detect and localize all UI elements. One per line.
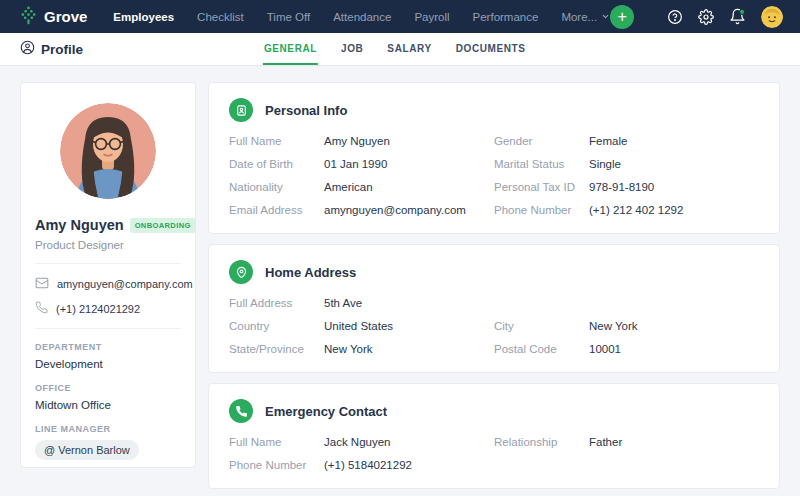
brand-name: Grove: [44, 8, 87, 25]
nav-item-employees[interactable]: Employees: [113, 11, 174, 23]
field-cell: Full NameAmy Nguyen: [229, 135, 494, 148]
field-row: Phone Number(+1) 5184021292: [229, 459, 759, 472]
add-button[interactable]: +: [610, 5, 634, 29]
detail-office: OFFICEMidtown Office: [35, 383, 181, 411]
nav-item-performance[interactable]: Performance: [473, 11, 539, 23]
field-cell: Postal Code10001: [494, 343, 759, 356]
nav-item-time-off[interactable]: Time Off: [267, 11, 310, 23]
field-value: amynguyen@company.com: [324, 204, 466, 216]
detail-value: Development: [35, 358, 181, 370]
field-cell: CityNew York: [494, 320, 759, 333]
bell-icon[interactable]: [729, 8, 746, 25]
nav-item-checklist[interactable]: Checklist: [197, 11, 244, 23]
employee-summary-card: Amy Nguyen ONBOARDING Product Designer a…: [20, 82, 196, 468]
field-row: State/ProvinceNew YorkPostal Code10001: [229, 343, 759, 356]
field-label: Personal Tax ID: [494, 181, 589, 193]
divider: [35, 263, 181, 264]
card-title: Home Address: [265, 265, 356, 280]
employee-details: DEPARTMENTDevelopmentOFFICEMidtown Offic…: [35, 342, 181, 460]
tab-job[interactable]: JOB: [340, 33, 364, 65]
field-value: (+1) 212 402 1292: [589, 204, 683, 216]
field-label: Marital Status: [494, 158, 589, 170]
tab-general[interactable]: GENERAL: [263, 33, 318, 65]
field-value: Jack Nguyen: [324, 436, 390, 448]
field-row: CountryUnited StatesCityNew York: [229, 320, 759, 333]
main-nav: EmployeesChecklistTime OffAttendancePayr…: [113, 11, 610, 23]
field-cell: GenderFemale: [494, 135, 759, 148]
field-row: Full Address5th Ave: [229, 297, 759, 310]
card-title: Emergency Contact: [265, 404, 387, 419]
employee-job-title: Product Designer: [35, 239, 181, 251]
field-label: Full Address: [229, 297, 324, 309]
gear-icon[interactable]: [698, 9, 714, 25]
brand-logo[interactable]: Grove: [20, 6, 87, 28]
phone-icon: [35, 301, 48, 316]
page-title: Profile: [20, 33, 83, 65]
field-cell: [494, 297, 759, 310]
field-label: Postal Code: [494, 343, 589, 355]
field-label: Gender: [494, 135, 589, 147]
map-pin-icon: [229, 260, 253, 284]
field-cell: Full Address5th Ave: [229, 297, 494, 310]
id-badge-icon: [229, 98, 253, 122]
card-header: Home Address: [229, 260, 759, 284]
status-badge: ONBOARDING: [130, 218, 196, 233]
field-cell: NationalityAmerican: [229, 181, 494, 194]
employee-phone-row[interactable]: (+1) 2124021292: [35, 301, 181, 316]
nav-item-attendance[interactable]: Attendance: [333, 11, 391, 23]
page-title-label: Profile: [41, 42, 83, 57]
field-label: Date of Birth: [229, 158, 324, 170]
profile-icon: [20, 40, 35, 58]
tab-salary[interactable]: SALARY: [386, 33, 432, 65]
field-label: Nationality: [229, 181, 324, 193]
field-rows: Full NameJack NguyenRelationshipFatherPh…: [229, 436, 759, 472]
line-manager-pill[interactable]: @ Vernon Barlow: [35, 440, 139, 460]
field-label: Full Name: [229, 436, 324, 448]
divider: [35, 328, 181, 329]
chevron-down-icon: [601, 11, 610, 23]
emergency-phone-icon: [229, 399, 253, 423]
field-label: Phone Number: [494, 204, 589, 216]
field-value: 01 Jan 1990: [324, 158, 387, 170]
field-label: Phone Number: [229, 459, 324, 471]
field-value: New York: [324, 343, 373, 355]
field-cell: Personal Tax ID978-91-8190: [494, 181, 759, 194]
field-value: (+1) 5184021292: [324, 459, 412, 471]
home-address-card: Home AddressFull Address5th AveCountryUn…: [208, 244, 780, 373]
employee-email: amynguyen@company.com: [57, 278, 193, 290]
field-cell: Phone Number(+1) 5184021292: [229, 459, 494, 472]
field-cell: Date of Birth01 Jan 1990: [229, 158, 494, 171]
nav-item-payroll[interactable]: Payroll: [414, 11, 449, 23]
employee-photo: [60, 103, 156, 199]
field-value: New York: [589, 320, 638, 332]
field-cell: Phone Number(+1) 212 402 1292: [494, 204, 759, 217]
help-icon[interactable]: [667, 9, 683, 25]
emergency-contact-card: Emergency ContactFull NameJack NguyenRel…: [208, 383, 780, 489]
field-value: Father: [589, 436, 622, 448]
card-title: Personal Info: [265, 103, 347, 118]
detail-line-manager: LINE MANAGER@ Vernon Barlow: [35, 424, 181, 460]
field-label: Email Address: [229, 204, 324, 216]
field-label: Relationship: [494, 436, 589, 448]
detail-value: Midtown Office: [35, 399, 181, 411]
field-rows: Full NameAmy NguyenGenderFemaleDate of B…: [229, 135, 759, 217]
card-header: Personal Info: [229, 98, 759, 122]
top-navbar: Grove EmployeesChecklistTime OffAttendan…: [0, 0, 800, 33]
field-cell: [494, 459, 759, 472]
field-value: Female: [589, 135, 627, 147]
personal-info-card: Personal InfoFull NameAmy NguyenGenderFe…: [208, 82, 780, 234]
employee-email-row[interactable]: amynguyen@company.com: [35, 276, 181, 292]
detail-department: DEPARTMENTDevelopment: [35, 342, 181, 370]
grove-tree-icon: [20, 6, 37, 28]
nav-item-more[interactable]: More...: [561, 11, 610, 23]
field-row: NationalityAmericanPersonal Tax ID978-91…: [229, 181, 759, 194]
field-cell: Email Addressamynguyen@company.com: [229, 204, 494, 217]
field-value: 10001: [589, 343, 621, 355]
tab-documents[interactable]: DOCUMENTS: [455, 33, 527, 65]
field-row: Full NameJack NguyenRelationshipFather: [229, 436, 759, 449]
employee-phone: (+1) 2124021292: [56, 303, 140, 315]
user-avatar[interactable]: [761, 6, 783, 28]
profile-tabs: GENERALJOBSALARYDOCUMENTS: [263, 33, 527, 65]
field-cell: Full NameJack Nguyen: [229, 436, 494, 449]
detail-label: LINE MANAGER: [35, 424, 181, 434]
